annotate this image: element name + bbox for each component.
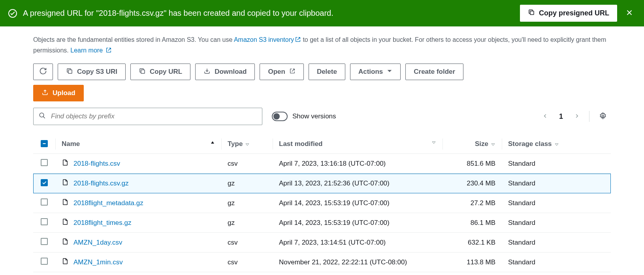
pagination: 1	[539, 110, 611, 123]
object-storage-class: Standard	[502, 253, 611, 272]
file-icon	[62, 218, 69, 228]
object-name: 2018flight_metadata.gz	[73, 199, 143, 207]
object-modified: April 13, 2023, 21:52:36 (UTC-07:00)	[273, 174, 443, 193]
delete-button[interactable]: Delete	[309, 64, 345, 80]
gear-icon	[599, 115, 607, 121]
object-type: csv	[221, 253, 273, 272]
objects-description: Objects are the fundamental entities sto…	[33, 34, 611, 56]
select-all-checkbox[interactable]	[41, 140, 48, 147]
download-button[interactable]: Download	[195, 64, 255, 80]
next-page-button[interactable]	[570, 111, 584, 122]
chevron-down-icon	[387, 68, 392, 76]
sort-icon	[491, 142, 495, 147]
object-modified: November 21, 2022, 22:22:11 (UTC-08:00)	[273, 253, 443, 272]
objects-table: Name Type Last modified Size Storage cla…	[33, 135, 611, 272]
show-versions-toggle[interactable]	[272, 112, 288, 121]
object-link[interactable]: AMZN_1min.csv	[62, 257, 123, 267]
object-size: 27.2 MB	[443, 193, 502, 213]
object-storage-class: Standard	[502, 233, 611, 253]
create-folder-button[interactable]: Create folder	[405, 64, 463, 80]
table-row: AMZN_1day.csv csv April 7, 2023, 13:14:5…	[33, 233, 611, 253]
object-modified: April 7, 2023, 13:14:51 (UTC-07:00)	[273, 233, 443, 253]
refresh-button[interactable]	[33, 64, 53, 80]
row-checkbox[interactable]	[41, 159, 48, 166]
row-checkbox[interactable]	[41, 238, 48, 245]
prev-page-button[interactable]	[539, 111, 552, 122]
col-header-type[interactable]: Type	[221, 135, 273, 154]
settings-button[interactable]	[595, 110, 611, 123]
object-storage-class: Standard	[502, 193, 611, 213]
col-header-storage[interactable]: Storage class	[502, 135, 611, 154]
object-link[interactable]: 2018-flights.csv.gz	[62, 178, 129, 188]
object-size: 86.1 MB	[443, 213, 502, 233]
svg-rect-3	[141, 70, 145, 73]
actions-button[interactable]: Actions	[350, 64, 401, 80]
object-name: 2018-flights.csv.gz	[73, 180, 129, 187]
object-link[interactable]: 2018flight_times.gz	[62, 218, 131, 228]
search-input[interactable]	[33, 108, 262, 125]
download-icon	[203, 67, 211, 77]
object-link[interactable]: AMZN_1day.csv	[62, 238, 122, 247]
page-number: 1	[555, 112, 567, 121]
object-name: AMZN_1day.csv	[73, 239, 122, 247]
object-size: 632.1 KB	[443, 233, 502, 253]
svg-point-5	[602, 115, 604, 117]
table-row: AMZN_1min.csv csv November 21, 2022, 22:…	[33, 253, 611, 272]
object-name: 2018-flights.csv	[73, 160, 120, 168]
col-header-modified[interactable]: Last modified	[273, 135, 443, 154]
external-link-icon	[105, 47, 112, 53]
object-size: 113.8 MB	[443, 253, 502, 272]
row-checkbox[interactable]	[41, 198, 48, 206]
refresh-icon	[39, 67, 47, 77]
row-checkbox[interactable]	[41, 179, 48, 186]
learn-more-link[interactable]: Learn more	[70, 47, 103, 54]
object-size: 851.6 MB	[443, 154, 502, 174]
show-versions-label: Show versions	[292, 112, 336, 120]
object-name: 2018flight_times.gz	[73, 219, 131, 227]
copy-icon	[66, 67, 73, 77]
external-link-icon	[289, 68, 296, 76]
object-modified: April 14, 2023, 15:53:19 (UTC-07:00)	[273, 213, 443, 233]
upload-icon	[41, 89, 49, 98]
file-icon	[62, 238, 69, 247]
object-type: gz	[221, 174, 273, 193]
file-icon	[62, 198, 69, 208]
file-icon	[62, 178, 69, 188]
object-storage-class: Standard	[502, 154, 611, 174]
success-check-icon	[8, 9, 17, 18]
copy-presigned-url-button[interactable]: Copy presigned URL	[520, 5, 617, 22]
col-header-name[interactable]: Name	[55, 135, 221, 154]
open-button[interactable]: Open	[260, 64, 303, 80]
copy-s3-uri-button[interactable]: Copy S3 URI	[58, 64, 126, 80]
notification-message: A presigned URL for "2018-flights.csv.gz…	[23, 9, 514, 18]
upload-button[interactable]: Upload	[33, 85, 84, 101]
copy-icon	[528, 9, 535, 18]
object-size: 230.4 MB	[443, 174, 502, 193]
object-type: csv	[221, 154, 273, 174]
close-icon	[625, 8, 634, 18]
table-row: 2018flight_times.gz gz April 14, 2023, 1…	[33, 213, 611, 233]
svg-rect-6	[43, 143, 46, 144]
object-link[interactable]: 2018flight_metadata.gz	[62, 198, 143, 208]
row-checkbox[interactable]	[41, 258, 48, 265]
s3-inventory-link[interactable]: Amazon S3 inventory	[234, 36, 294, 43]
sort-icon	[431, 140, 436, 145]
file-icon	[62, 159, 69, 168]
search-icon	[39, 112, 46, 121]
object-link[interactable]: 2018-flights.csv	[62, 159, 120, 168]
col-header-size[interactable]: Size	[443, 135, 502, 154]
object-type: gz	[221, 193, 273, 213]
copy-url-button[interactable]: Copy URL	[130, 64, 190, 80]
close-notification-button[interactable]	[623, 6, 636, 21]
object-name: AMZN_1min.csv	[73, 258, 123, 266]
table-row: 2018-flights.csv csv April 7, 2023, 13:1…	[33, 154, 611, 174]
row-checkbox[interactable]	[41, 218, 48, 225]
table-row: 2018flight_metadata.gz gz April 14, 2023…	[33, 193, 611, 213]
object-modified: April 7, 2023, 13:16:18 (UTC-07:00)	[273, 154, 443, 174]
sort-icon	[554, 142, 559, 147]
svg-rect-2	[68, 70, 72, 73]
object-modified: April 14, 2023, 15:53:19 (UTC-07:00)	[273, 193, 443, 213]
object-storage-class: Standard	[502, 213, 611, 233]
sort-asc-icon	[210, 140, 215, 145]
copy-presigned-label: Copy presigned URL	[539, 9, 609, 17]
